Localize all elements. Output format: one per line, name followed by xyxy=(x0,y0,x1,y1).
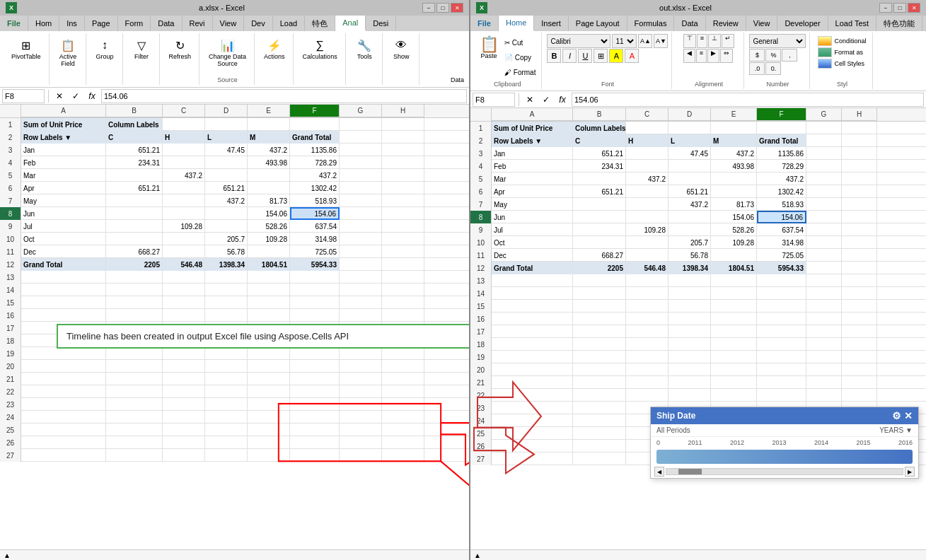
right-cell-F1[interactable] xyxy=(757,122,806,134)
left-cell-C3[interactable] xyxy=(163,144,205,156)
left-tab-form[interactable]: Form xyxy=(118,16,151,31)
left-cell-B10[interactable] xyxy=(106,233,163,245)
right-cell-E1[interactable] xyxy=(711,122,757,134)
right-tab-home[interactable]: Home xyxy=(499,16,534,31)
underline-btn[interactable]: U xyxy=(578,49,592,63)
italic-btn[interactable]: I xyxy=(562,49,577,63)
right-cell-G5[interactable] xyxy=(806,173,842,185)
right-cell-H11[interactable] xyxy=(842,249,877,262)
right-tab-page-layout[interactable]: Page Layout xyxy=(569,16,627,31)
left-tab-file[interactable]: File xyxy=(0,16,28,31)
left-cell-F2[interactable]: Grand Total xyxy=(290,131,340,144)
left-cell-C6[interactable] xyxy=(163,182,205,194)
paste-btn[interactable]: 📋 Paste xyxy=(477,34,501,62)
left-cell-A4[interactable]: Feb xyxy=(21,156,106,169)
wrap-text-btn[interactable]: ↵ xyxy=(722,34,734,48)
right-formula-fx[interactable]: fx xyxy=(555,93,569,107)
actions-btn[interactable]: ⚡ Actions xyxy=(260,35,289,63)
left-cell-F7[interactable]: 518.93 xyxy=(290,194,340,207)
timeline-widget[interactable]: Ship Date ⚙ ✕ All Periods YEARS ▼ 0 2011 xyxy=(650,407,919,479)
right-tab-file[interactable]: File xyxy=(470,16,499,31)
left-cell-D5[interactable] xyxy=(205,169,248,182)
right-cell-B7[interactable] xyxy=(573,198,626,211)
right-col-H[interactable]: H xyxy=(842,108,877,121)
right-cell-C2[interactable]: H xyxy=(626,134,669,147)
right-cell-E8[interactable]: 154.06 xyxy=(711,211,757,223)
right-cell-F4[interactable]: 728.29 xyxy=(757,160,806,173)
right-cell-H5[interactable] xyxy=(842,173,877,185)
right-cell-G8[interactable] xyxy=(806,211,842,223)
right-cell-H7[interactable] xyxy=(842,198,877,211)
left-cell-C7[interactable] xyxy=(163,194,205,207)
right-cell-C6[interactable] xyxy=(626,185,669,198)
right-cell-A12[interactable]: Grand Total xyxy=(492,262,573,274)
left-formula-fx[interactable]: fx xyxy=(85,89,99,103)
right-cell-E6[interactable] xyxy=(711,185,757,198)
left-cell-G2[interactable] xyxy=(340,131,382,144)
left-cell-C1[interactable] xyxy=(163,118,205,131)
left-cell-H5[interactable] xyxy=(382,169,424,182)
right-col-D[interactable]: D xyxy=(669,108,711,121)
left-col-E[interactable]: E xyxy=(248,105,290,117)
left-cell-F8[interactable]: 154.06 xyxy=(290,207,340,220)
left-cell-F9[interactable]: 637.54 xyxy=(290,220,340,233)
group-btn[interactable]: ↕ Group xyxy=(92,35,117,63)
right-cell-F11[interactable]: 725.05 xyxy=(757,249,806,262)
right-cell-F2[interactable]: Grand Total xyxy=(757,134,806,147)
left-cell-E4[interactable]: 493.98 xyxy=(248,156,290,169)
left-cell-H4[interactable] xyxy=(382,156,424,169)
right-tab-developer[interactable]: Developer xyxy=(777,16,828,31)
left-formula-input[interactable] xyxy=(101,89,467,103)
left-cell-F12[interactable]: 5954.33 xyxy=(290,258,340,271)
right-cell-B9[interactable] xyxy=(573,223,626,236)
left-cell-G8[interactable] xyxy=(340,207,382,220)
right-cell-B2[interactable]: C xyxy=(573,134,626,147)
fill-color-btn[interactable]: A xyxy=(609,49,623,63)
right-cell-G6[interactable] xyxy=(806,185,842,198)
right-cell-C11[interactable] xyxy=(626,249,669,262)
format-as-table-btn[interactable]: Format as xyxy=(816,47,867,58)
right-tab-formulas[interactable]: Formulas xyxy=(627,16,675,31)
right-cell-B11[interactable]: 668.27 xyxy=(573,249,626,262)
right-cell-E2[interactable]: M xyxy=(711,134,757,147)
left-cell-E3[interactable]: 437.2 xyxy=(248,144,290,156)
left-cell-C9[interactable]: 109.28 xyxy=(163,220,205,233)
left-cell-G12[interactable] xyxy=(340,258,382,271)
right-tab-load-test[interactable]: Load Test xyxy=(828,16,877,31)
right-col-C[interactable]: C xyxy=(626,108,669,121)
left-cell-D12[interactable]: 1398.34 xyxy=(205,258,248,271)
right-cell-B3[interactable]: 651.21 xyxy=(573,147,626,160)
timeline-scroll-track[interactable] xyxy=(666,468,903,475)
left-cell-E8[interactable]: 154.06 xyxy=(248,207,290,220)
left-cell-G7[interactable] xyxy=(340,194,382,207)
timeline-bar[interactable] xyxy=(656,450,913,464)
left-cell-H1[interactable] xyxy=(382,118,424,131)
left-cell-B1[interactable]: Column Labels ▼ xyxy=(106,118,163,131)
cut-btn[interactable]: ✂ Cut xyxy=(502,35,538,49)
right-cell-A5[interactable]: Mar xyxy=(492,173,573,185)
left-cell-ref[interactable] xyxy=(2,89,45,103)
left-cell-D1[interactable] xyxy=(205,118,248,131)
left-tab-dev[interactable]: Dev xyxy=(244,16,273,31)
left-cell-C8[interactable] xyxy=(163,207,205,220)
comma-btn[interactable]: , xyxy=(782,49,797,62)
left-cell-C12[interactable]: 546.48 xyxy=(163,258,205,271)
left-cell-C2[interactable]: H xyxy=(163,131,205,144)
timeline-filter-icon[interactable]: ⚙ xyxy=(892,410,901,421)
increase-decimal-btn[interactable]: .0 xyxy=(749,62,765,75)
left-cell-F5[interactable]: 437.2 xyxy=(290,169,340,182)
left-cell-G6[interactable] xyxy=(340,182,382,194)
left-tab-page[interactable]: Page xyxy=(85,16,118,31)
merge-btn[interactable]: ⇔ xyxy=(720,49,733,63)
align-bottom-btn[interactable]: ⊥ xyxy=(708,34,721,48)
left-cell-F10[interactable]: 314.98 xyxy=(290,233,340,245)
active-field-btn[interactable]: 📋 ActiveField xyxy=(55,35,81,70)
right-cell-E7[interactable]: 81.73 xyxy=(711,198,757,211)
align-middle-btn[interactable]: ≡ xyxy=(697,34,707,48)
left-cell-B4[interactable]: 234.31 xyxy=(106,156,163,169)
left-col-D[interactable]: D xyxy=(205,105,248,117)
right-cell-B8[interactable] xyxy=(573,211,626,223)
calculations-btn[interactable]: ∑ Calculations xyxy=(299,35,341,63)
right-formula-confirm[interactable]: ✓ xyxy=(539,93,553,107)
timeline-close-icon[interactable]: ✕ xyxy=(904,410,913,421)
